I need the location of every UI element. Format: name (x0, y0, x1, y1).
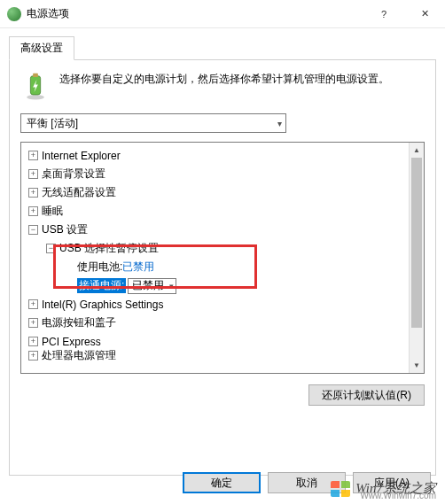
tree-item-label: 无线适配器设置 (42, 185, 116, 200)
tree-item-label: Internet Explorer (42, 150, 121, 162)
tree-item-label: 睡眠 (42, 204, 63, 219)
tree-item[interactable]: +桌面背景设置 (23, 165, 424, 183)
tree-item-label: 桌面背景设置 (42, 167, 105, 182)
chevron-down-icon: ▾ (277, 119, 282, 128)
tab-strip: 高级设置 (0, 28, 445, 59)
expander-spacer (64, 262, 74, 272)
collapse-icon[interactable]: − (46, 244, 56, 253)
expand-icon[interactable]: + (28, 151, 38, 160)
expand-icon[interactable]: + (28, 337, 38, 346)
title-bar: 电源选项 ? ✕ (0, 0, 445, 28)
tree-item[interactable]: +处理器电源管理 (23, 351, 424, 361)
tree-item[interactable]: 接通电源:已禁用▾ (23, 276, 424, 295)
tree-item-label: USB 设置 (42, 222, 88, 237)
settings-tree: +Internet Explorer+桌面背景设置+无线适配器设置+睡眠−USB… (20, 142, 425, 374)
collapse-icon[interactable]: − (28, 225, 38, 235)
tree-item-label: 使用电池: (77, 260, 122, 275)
scroll-up-button[interactable]: ▲ (410, 143, 424, 158)
close-button[interactable]: ✕ (404, 1, 445, 27)
windows-flag-icon (331, 481, 350, 497)
tab-panel: 选择你要自定义的电源计划，然后选择你希望计算机管理的电源设置。 平衡 [活动] … (9, 59, 436, 476)
tree-item-label: USB 选择性暂停设置 (59, 241, 159, 256)
tree-item-label: 电源按钮和盖子 (42, 315, 116, 330)
tree-item-value[interactable]: 已禁用 (122, 260, 154, 275)
svg-point-0 (27, 95, 44, 100)
tree-item[interactable]: +睡眠 (23, 202, 424, 221)
header-text: 选择你要自定义的电源计划，然后选择你希望计算机管理的电源设置。 (59, 71, 389, 101)
scroll-thumb[interactable] (411, 158, 422, 328)
ok-button[interactable]: 确定 (183, 472, 261, 493)
svg-rect-2 (33, 74, 38, 77)
app-icon (7, 7, 21, 21)
tree-item[interactable]: +无线适配器设置 (23, 183, 424, 202)
tree-item[interactable]: +Internet Explorer (23, 146, 424, 165)
tree-item-label: PCI Express (42, 336, 101, 348)
window-title: 电源选项 (27, 6, 363, 21)
scrollbar[interactable]: ▲ ▼ (409, 143, 424, 373)
value-text: 已禁用 (132, 278, 164, 293)
scroll-down-button[interactable]: ▼ (410, 358, 424, 373)
power-plan-value: 平衡 [活动] (27, 116, 78, 131)
expand-icon[interactable]: + (28, 351, 38, 361)
expand-icon[interactable]: + (28, 188, 38, 198)
tree-item[interactable]: +Intel(R) Graphics Settings (23, 295, 424, 314)
tree-item[interactable]: −USB 设置 (23, 221, 424, 239)
expand-icon[interactable]: + (28, 299, 38, 309)
watermark: Win7系统之家 Www.Winwin7.com (331, 480, 436, 497)
scroll-track[interactable] (410, 158, 424, 358)
expand-icon[interactable]: + (28, 169, 38, 179)
tree-item[interactable]: +电源按钮和盖子 (23, 314, 424, 332)
expand-icon[interactable]: + (28, 318, 38, 328)
tree-item[interactable]: 使用电池: 已禁用 (23, 258, 424, 276)
tree-item-label: 接通电源: (77, 278, 126, 293)
expand-icon[interactable]: + (28, 206, 38, 216)
power-plan-select[interactable]: 平衡 [活动] ▾ (20, 113, 286, 133)
watermark-url: Www.Winwin7.com (360, 491, 436, 500)
header-row: 选择你要自定义的电源计划，然后选择你希望计算机管理的电源设置。 (20, 71, 425, 101)
chevron-down-icon: ▾ (169, 282, 174, 291)
restore-defaults-button[interactable]: 还原计划默认值(R) (308, 384, 425, 406)
tree-item[interactable]: −USB 选择性暂停设置 (23, 239, 424, 258)
restore-row: 还原计划默认值(R) (20, 384, 425, 406)
help-button[interactable]: ? (363, 1, 404, 27)
expander-spacer (64, 281, 74, 291)
tab-advanced[interactable]: 高级设置 (9, 36, 74, 60)
value-select[interactable]: 已禁用▾ (128, 278, 176, 294)
battery-icon (20, 71, 51, 101)
tree-item-label: 处理器电源管理 (42, 348, 116, 363)
tree-item-label: Intel(R) Graphics Settings (42, 299, 163, 311)
